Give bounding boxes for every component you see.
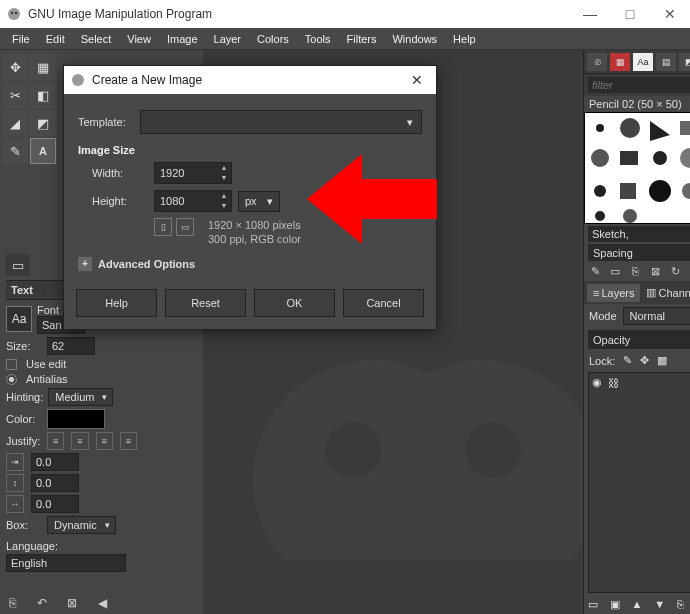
landscape-icon[interactable]: ▭: [176, 218, 194, 236]
justify-center-icon[interactable]: ≡: [96, 432, 113, 450]
crop-tool-icon[interactable]: ✂: [2, 82, 28, 108]
menu-tools[interactable]: Tools: [297, 30, 339, 48]
tab-layers[interactable]: ≡Layers: [587, 284, 640, 302]
lock-label: Lock:: [589, 355, 615, 367]
menu-help[interactable]: Help: [445, 30, 484, 48]
new-layer-icon[interactable]: ▭: [588, 598, 598, 611]
ok-button[interactable]: OK: [254, 289, 335, 317]
line-spacing-input[interactable]: [31, 474, 79, 492]
visibility-icon[interactable]: ◉: [592, 376, 602, 389]
help-button[interactable]: Help: [76, 289, 157, 317]
unit-select[interactable]: px▾: [238, 191, 280, 212]
plus-icon: +: [78, 257, 92, 271]
menu-edit[interactable]: Edit: [38, 30, 73, 48]
brush-grid[interactable]: [584, 112, 690, 224]
brush-filter-input[interactable]: [588, 77, 690, 93]
lock-pixels-icon[interactable]: ✎: [623, 354, 632, 367]
menu-file[interactable]: File: [4, 30, 38, 48]
menu-layer[interactable]: Layer: [206, 30, 250, 48]
blend-mode-select[interactable]: Normal: [623, 307, 690, 325]
refresh-brush-icon[interactable]: ↻: [668, 264, 682, 278]
cancel-button[interactable]: Cancel: [343, 289, 424, 317]
template-select[interactable]: ▾: [140, 110, 422, 134]
antialias-label: Antialias: [26, 373, 68, 385]
reset-options-icon[interactable]: ◀: [94, 595, 110, 611]
save-options-icon[interactable]: ⎘: [4, 595, 20, 611]
lock-position-icon[interactable]: ✥: [640, 354, 649, 367]
menu-bar: File Edit Select View Image Layer Colors…: [0, 28, 690, 50]
height-up-icon[interactable]: ▲: [217, 191, 231, 201]
bucket-tool-icon[interactable]: ◢: [2, 110, 28, 136]
height-input[interactable]: [155, 192, 217, 210]
duplicate-brush-icon[interactable]: ⎘: [628, 264, 642, 278]
menu-view[interactable]: View: [119, 30, 159, 48]
edit-brush-icon[interactable]: ✎: [588, 264, 602, 278]
layer-group-icon[interactable]: ▣: [610, 598, 620, 611]
font-preview-icon[interactable]: Aa: [6, 306, 32, 332]
delete-brush-icon[interactable]: ⊠: [648, 264, 662, 278]
menu-windows[interactable]: Windows: [384, 30, 445, 48]
brush-group-select[interactable]: Sketch,: [588, 226, 690, 242]
maximize-button[interactable]: □: [610, 0, 650, 28]
width-up-icon[interactable]: ▲: [217, 163, 231, 173]
reset-button[interactable]: Reset: [165, 289, 246, 317]
chevron-down-icon: ▾: [267, 195, 273, 208]
minimize-button[interactable]: —: [570, 0, 610, 28]
advanced-options-expander[interactable]: + Advanced Options: [78, 257, 422, 271]
language-input[interactable]: [6, 554, 126, 572]
font-size-input[interactable]: [47, 337, 95, 355]
tool-options-tab-icon[interactable]: ▭: [6, 254, 30, 276]
gradient-tool-icon[interactable]: ◩: [30, 110, 56, 136]
fonts-tab-icon[interactable]: Aa: [633, 53, 653, 71]
restore-options-icon[interactable]: ↶: [34, 595, 50, 611]
duplicate-layer-icon[interactable]: ⎘: [677, 598, 684, 611]
layer-list[interactable]: ◉ ⛓: [588, 372, 690, 593]
justify-right-icon[interactable]: ≡: [71, 432, 88, 450]
lower-layer-icon[interactable]: ▼: [654, 598, 665, 611]
height-down-icon[interactable]: ▼: [217, 201, 231, 211]
width-down-icon[interactable]: ▼: [217, 173, 231, 183]
justify-fill-icon[interactable]: ≡: [120, 432, 137, 450]
menu-select[interactable]: Select: [73, 30, 120, 48]
dialog-close-button[interactable]: ✕: [404, 72, 430, 88]
svg-point-8: [620, 118, 640, 138]
svg-point-1: [11, 12, 13, 14]
path-tool-icon[interactable]: ✎: [2, 138, 28, 164]
text-tool-icon[interactable]: A: [30, 138, 56, 164]
size-label: Size:: [6, 340, 42, 352]
opacity-label: Opacity: [593, 334, 630, 346]
indent-input[interactable]: [31, 453, 79, 471]
portrait-icon[interactable]: ▯: [154, 218, 172, 236]
new-brush-icon[interactable]: ▭: [608, 264, 622, 278]
menu-image[interactable]: Image: [159, 30, 206, 48]
lock-alpha-icon[interactable]: ▩: [657, 354, 667, 367]
transform-tool-icon[interactable]: ◧: [30, 82, 56, 108]
right-dock: ⎚ ▦ Aa ▤ ◩ ◂ ▾ Pencil 02 (50 × 50): [583, 50, 690, 614]
close-window-button[interactable]: ✕: [650, 0, 690, 28]
align-tool-icon[interactable]: ▦: [30, 54, 56, 80]
hinting-select[interactable]: Medium: [48, 388, 113, 406]
title-bar: GNU Image Manipulation Program — □ ✕: [0, 0, 690, 28]
brush-name-label: Pencil 02 (50 × 50): [584, 96, 690, 112]
history-tab-icon[interactable]: ▤: [656, 53, 676, 71]
raise-layer-icon[interactable]: ▲: [632, 598, 643, 611]
patterns-tab-icon[interactable]: ▦: [610, 53, 630, 71]
delete-options-icon[interactable]: ⊠: [64, 595, 80, 611]
text-color-swatch[interactable]: [47, 409, 105, 429]
use-editor-checkbox[interactable]: [6, 359, 17, 370]
svg-point-20: [682, 183, 690, 199]
antialias-toggle[interactable]: [6, 374, 17, 385]
menu-colors[interactable]: Colors: [249, 30, 297, 48]
brushes-tab-icon[interactable]: ⎚: [587, 53, 607, 71]
menu-filters[interactable]: Filters: [339, 30, 385, 48]
move-tool-icon[interactable]: ✥: [2, 54, 28, 80]
justify-left-icon[interactable]: ≡: [47, 432, 64, 450]
tab-channels[interactable]: ▥Channels: [640, 283, 690, 302]
link-icon[interactable]: ⛓: [608, 377, 619, 389]
width-input[interactable]: [155, 164, 217, 182]
svg-point-11: [591, 149, 609, 167]
gradients-tab-icon[interactable]: ◩: [679, 53, 690, 71]
box-select[interactable]: Dynamic: [47, 516, 116, 534]
letter-spacing-input[interactable]: [31, 495, 79, 513]
app-logo-icon: [6, 6, 22, 22]
